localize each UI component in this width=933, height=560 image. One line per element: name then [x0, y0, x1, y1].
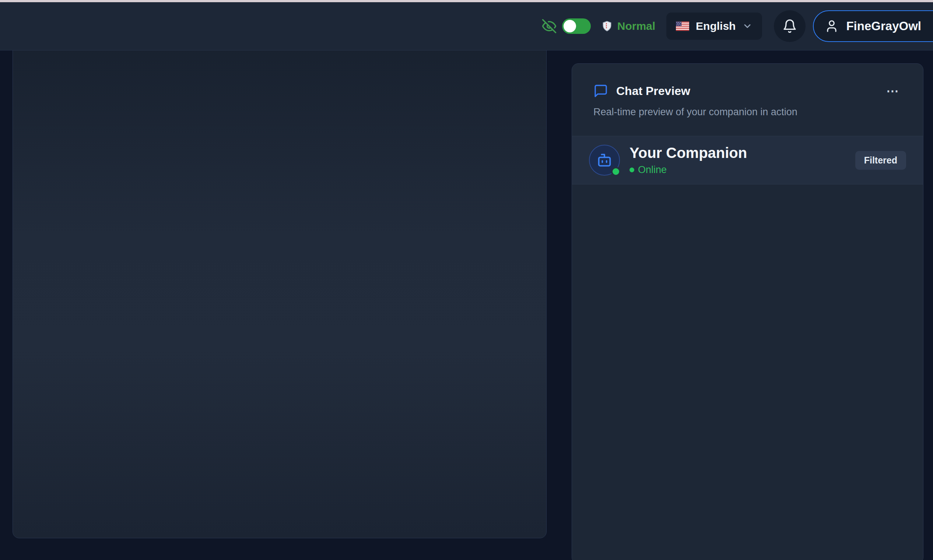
eye-off-icon[interactable] — [542, 18, 557, 34]
status-dot — [630, 168, 634, 172]
content-mode-toggle[interactable] — [562, 18, 591, 34]
username-label: FineGrayOwl — [846, 19, 921, 33]
user-icon — [825, 19, 839, 33]
chevron-down-icon — [742, 21, 753, 31]
chat-preview-title: Chat Preview — [616, 84, 690, 98]
chat-message-area — [572, 185, 923, 560]
language-select[interactable]: English — [666, 12, 762, 40]
page-root: Add specific behavioral instructions, co… — [0, 0, 933, 560]
more-options-button[interactable]: ⋯ — [886, 85, 899, 97]
message-square-icon — [593, 83, 608, 98]
companion-name: Your Companion — [630, 145, 747, 161]
browser-edge-strip — [0, 0, 933, 2]
us-flag-icon — [676, 22, 689, 31]
language-selected-label: English — [696, 20, 736, 32]
chat-preview-subtitle: Real-time preview of your companion in a… — [593, 106, 899, 118]
companion-header-row: Your Companion Online Filtered — [572, 136, 923, 185]
shield-icon — [601, 20, 613, 32]
companion-avatar — [589, 145, 620, 175]
companion-form-container — [12, 35, 547, 538]
user-menu[interactable]: FineGrayOwl — [813, 10, 933, 42]
bell-icon — [782, 19, 797, 34]
header-bar: Normal English — [0, 2, 933, 51]
filtered-badge: Filtered — [855, 151, 906, 170]
online-indicator-dot — [611, 167, 620, 176]
notifications-button[interactable] — [774, 10, 805, 42]
chat-preview-panel: Chat Preview ⋯ Real-time preview of your… — [572, 63, 924, 560]
toggle-knob — [563, 20, 576, 32]
online-status-label: Online — [638, 164, 667, 175]
mode-label: Normal — [617, 20, 655, 32]
robot-icon — [596, 152, 613, 169]
